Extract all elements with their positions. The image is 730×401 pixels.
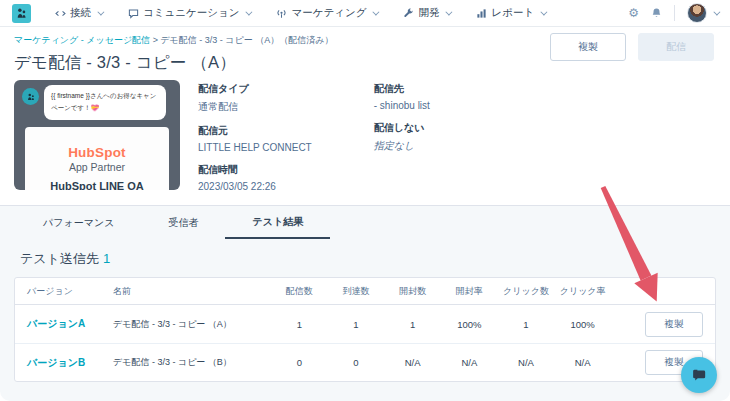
click-rate: N/A — [554, 357, 611, 368]
delivered-count: 1 — [328, 319, 385, 330]
breadcrumb-current: デモ配信 - 3/3 - コピー （A）（配信済み） — [160, 35, 333, 45]
app-window: 接続 コミュニケーション マーケティング 開発 レポート — [0, 0, 730, 401]
results-section: パフォーマンス 受信者 テスト結果 テスト送信先1 バージョン 名前 配信数 到… — [0, 205, 730, 401]
chevron-down-icon — [446, 8, 453, 15]
app-logo[interactable] — [12, 4, 31, 23]
tab-performance[interactable]: パフォーマンス — [16, 206, 141, 239]
tab-test-results[interactable]: テスト結果 — [225, 206, 330, 239]
nav-right: ⚙ — [628, 3, 718, 23]
message-name: デモ配信 - 3/3 - コピー （A） — [113, 318, 271, 331]
nav-label: コミュニケーション — [143, 6, 239, 20]
click-rate: 100% — [554, 319, 611, 330]
col-header-open-rate: 開封率 — [441, 285, 498, 298]
development-icon — [403, 8, 414, 19]
sent-count: 0 — [271, 357, 328, 368]
nav-label: 接続 — [70, 6, 91, 20]
open-rate: N/A — [441, 357, 498, 368]
col-header-name: 名前 — [113, 285, 271, 298]
message-name: デモ配信 - 3/3 - コピー （B） — [113, 356, 271, 369]
communication-icon — [128, 8, 139, 19]
click-count: 1 — [498, 319, 555, 330]
chevron-down-icon — [541, 8, 548, 15]
link-icon — [55, 8, 66, 19]
account-menu[interactable] — [687, 3, 718, 23]
open-count: 1 — [384, 319, 441, 330]
brand-title: HubSpot LINE OA — [25, 180, 169, 190]
col-header-sent: 配信数 — [271, 285, 328, 298]
nav-item-marketing[interactable]: マーケティング — [276, 6, 377, 20]
nav-item-communication[interactable]: コミュニケーション — [128, 6, 250, 20]
header-actions: 複製 配信 — [550, 33, 714, 61]
chat-bubble: {{ firstname }}さんへのお得なキャンペーンです！💝 — [44, 85, 166, 120]
col-header-version: バージョン — [27, 285, 113, 298]
tab-recipients[interactable]: 受信者 — [141, 206, 225, 239]
detail-exclude: 配信しない 指定なし — [374, 121, 430, 153]
divider — [674, 5, 675, 21]
gear-icon[interactable]: ⚙ — [628, 7, 639, 19]
line-sender-avatar — [22, 88, 39, 105]
nav-item-connect[interactable]: 接続 — [55, 6, 102, 20]
chevron-down-icon — [373, 8, 380, 15]
chevron-down-icon — [713, 8, 720, 15]
details-left-column: 配信タイプ 通常配信 配信元 LITTLE HELP CONNECT 配信時間 … — [198, 82, 312, 205]
chat-bubble-icon — [691, 367, 708, 384]
avatar — [687, 3, 707, 23]
chat-widget-button[interactable] — [681, 357, 717, 393]
page-header: マーケティング - メッセージ配信 > デモ配信 - 3/3 - コピー （A）… — [0, 27, 730, 77]
detail-delivery-type: 配信タイプ 通常配信 — [198, 82, 312, 114]
delivered-count: 0 — [328, 357, 385, 368]
col-header-opens: 開封数 — [384, 285, 441, 298]
duplicate-button[interactable]: 複製 — [550, 33, 626, 61]
nav-label: 開発 — [418, 6, 439, 20]
nav-item-reports[interactable]: レポート — [476, 6, 545, 20]
detail-send-time: 配信時間 2023/03/05 22:26 — [198, 163, 312, 192]
tab-bar: パフォーマンス 受信者 テスト結果 — [0, 206, 730, 239]
breadcrumb-link[interactable]: マーケティング - メッセージ配信 — [14, 35, 150, 45]
version-link[interactable]: バージョンA — [27, 317, 113, 331]
table-header-row: バージョン 名前 配信数 到達数 開封数 開封率 クリック数 クリック率 — [15, 278, 715, 305]
col-header-click-rate: クリック率 — [554, 285, 611, 298]
marketing-icon — [276, 8, 287, 19]
chevron-down-icon — [246, 8, 253, 15]
breadcrumb-separator: > — [153, 35, 158, 45]
detail-recipients: 配信先 - shinobu list — [374, 82, 430, 111]
details-right-column: 配信先 - shinobu list 配信しない 指定なし — [374, 82, 430, 205]
send-button[interactable]: 配信 — [638, 33, 714, 61]
hubspot-logo: HubSpot — [25, 145, 169, 160]
nav-item-development[interactable]: 開発 — [403, 6, 450, 20]
nav-label: マーケティング — [291, 6, 366, 20]
preview-card: HubSpot App Partner HubSpot LINE OA — [25, 127, 169, 190]
table-row: バージョンB デモ配信 - 3/3 - コピー （B） 0 0 N/A N/A … — [15, 343, 715, 381]
main-menu: 接続 コミュニケーション マーケティング 開発 レポート — [55, 6, 571, 20]
version-link[interactable]: バージョンB — [27, 356, 113, 370]
chevron-down-icon — [97, 8, 104, 15]
click-count: N/A — [498, 357, 555, 368]
test-recipients-title: テスト送信先1 — [0, 239, 730, 277]
top-nav: 接続 コミュニケーション マーケティング 開発 レポート — [0, 0, 730, 27]
row-duplicate-button[interactable]: 複製 — [645, 312, 703, 337]
message-preview-thumbnail: {{ firstname }}さんへのお得なキャンペーンです！💝 HubSpot… — [14, 80, 180, 190]
open-rate: 100% — [441, 319, 498, 330]
sent-count: 1 — [271, 319, 328, 330]
nav-label: レポート — [491, 6, 534, 20]
reports-icon — [476, 8, 487, 19]
open-count: N/A — [384, 357, 441, 368]
delivery-details: 配信タイプ 通常配信 配信元 LITTLE HELP CONNECT 配信時間 … — [198, 80, 430, 205]
bell-icon[interactable] — [651, 7, 662, 19]
test-results-table: バージョン 名前 配信数 到達数 開封数 開封率 クリック数 クリック率 バージ… — [14, 277, 716, 382]
table-row: バージョンA デモ配信 - 3/3 - コピー （A） 1 1 1 100% 1… — [15, 305, 715, 343]
col-header-delivered: 到達数 — [328, 285, 385, 298]
detail-sender: 配信元 LITTLE HELP CONNECT — [198, 124, 312, 153]
person-logo-icon — [15, 7, 28, 20]
message-summary: {{ firstname }}さんへのお得なキャンペーンです！💝 HubSpot… — [0, 77, 730, 205]
brand-subtitle: App Partner — [25, 161, 169, 173]
test-recipients-count: 1 — [103, 251, 110, 266]
col-header-clicks: クリック数 — [498, 285, 555, 298]
